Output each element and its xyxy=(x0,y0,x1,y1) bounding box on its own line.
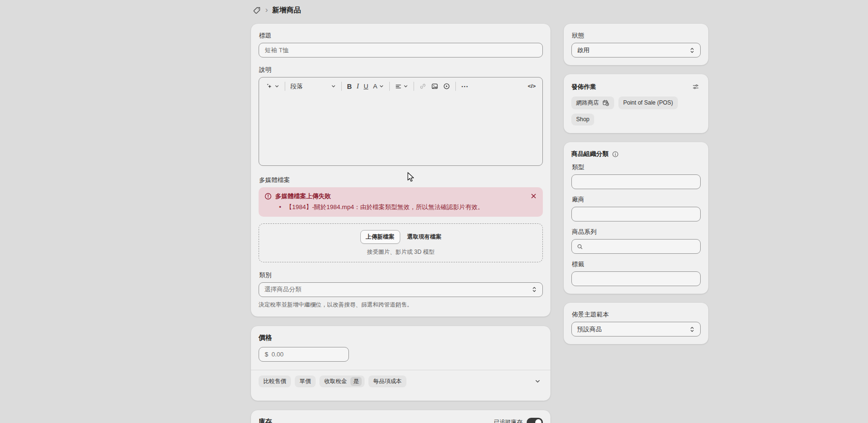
toolbar-divider xyxy=(341,82,342,91)
align-left-icon xyxy=(395,83,402,90)
alert-circle-icon xyxy=(264,192,272,200)
currency-prefix: $ xyxy=(265,351,268,358)
price-input[interactable] xyxy=(271,351,343,358)
toolbar-divider xyxy=(389,82,390,91)
bullet: • xyxy=(279,203,281,212)
select-updown-icon xyxy=(689,47,695,54)
show-html-button[interactable]: </> xyxy=(525,82,538,91)
toggle-knob xyxy=(535,419,541,423)
info-icon[interactable] xyxy=(612,151,619,158)
title-label: 標題 xyxy=(259,31,543,40)
unit-price-chip[interactable]: 單價 xyxy=(295,375,316,387)
category-helper-text: 決定稅率並新增中繼欄位，以改善搜尋、篩選和跨管道銷售。 xyxy=(259,301,543,309)
organization-title: 商品組織分類 xyxy=(571,150,608,158)
toolbar-divider xyxy=(455,82,456,91)
pricing-heading: 價格 xyxy=(259,334,543,342)
media-label: 多媒體檔案 xyxy=(259,176,543,184)
collections-input[interactable] xyxy=(587,243,695,250)
description-label: 說明 xyxy=(259,66,543,74)
insert-image-button[interactable] xyxy=(429,81,441,92)
insert-video-button[interactable] xyxy=(441,81,453,92)
charge-tax-value: 是 xyxy=(350,377,362,386)
italic-button[interactable]: I xyxy=(354,81,361,92)
page-title: 新增商品 xyxy=(272,6,301,15)
upload-new-file-button[interactable]: 上傳新檔案 xyxy=(360,230,400,244)
publishing-card: 發佈作業 網路商店 xyxy=(564,74,708,133)
error-title: 多媒體檔案上傳失敗 xyxy=(275,192,331,201)
add-product-page: › 新增商品 標題 說明 xyxy=(0,0,868,423)
media-upload-error-banner: 多媒體檔案上傳失敗 • 【1984】-關於1984.mp4：由於檔案類型無效，所… xyxy=(259,187,543,217)
dismiss-error-button[interactable] xyxy=(529,191,539,201)
tags-label: 標籤 xyxy=(572,260,701,269)
organization-card: 商品組織分類 類型 廠商 商品系列 xyxy=(564,142,708,294)
editor-toolbar: 段落 B I U A xyxy=(259,77,542,95)
settings-sliders-icon xyxy=(692,83,699,90)
more-options-button[interactable]: ⋯ xyxy=(459,81,471,92)
sales-channels: 網路商店 Point of Sale (POS) Shop xyxy=(571,96,701,125)
breadcrumb: › 新增商品 xyxy=(253,6,301,15)
channel-shop-chip[interactable]: Shop xyxy=(571,114,594,125)
channel-online-store-chip[interactable]: 網路商店 xyxy=(571,96,614,109)
search-icon xyxy=(577,243,583,250)
chevron-down-icon xyxy=(379,84,384,89)
ai-magic-button[interactable] xyxy=(263,81,282,92)
pricing-card: 價格 $ 比較售價 單價 收取稅金 是 每品項成本 xyxy=(251,326,550,401)
vendor-label: 廠商 xyxy=(572,195,701,204)
scheduled-calendar-icon xyxy=(602,99,609,106)
select-existing-file-button[interactable]: 選取現有檔案 xyxy=(407,233,442,241)
collections-label: 商品系列 xyxy=(572,228,701,236)
image-icon xyxy=(431,83,438,90)
theme-template-label: 佈景主題範本 xyxy=(572,310,701,319)
charge-tax-chip[interactable]: 收取稅金 是 xyxy=(319,375,365,387)
chevron-down-icon xyxy=(331,84,336,89)
chevron-down-icon xyxy=(534,378,541,385)
type-input[interactable] xyxy=(571,174,701,189)
chevron-right-icon: › xyxy=(265,6,268,15)
toolbar-divider xyxy=(414,82,414,91)
category-label: 類別 xyxy=(259,271,543,279)
play-circle-icon xyxy=(443,83,450,90)
track-inventory-label: 已追蹤庫存 xyxy=(494,418,522,423)
type-label: 類型 xyxy=(572,163,701,172)
category-select[interactable]: 選擇商品分類 xyxy=(259,282,543,297)
channel-pos-chip[interactable]: Point of Sale (POS) xyxy=(618,96,678,109)
bold-button[interactable]: B xyxy=(345,81,354,92)
collapse-pricing-options-button[interactable] xyxy=(532,376,543,386)
dropzone-helper-text: 接受圖片、影片或 3D 模型 xyxy=(265,248,537,256)
tags-input[interactable] xyxy=(571,271,701,286)
publishing-title: 發佈作業 xyxy=(571,83,596,91)
compare-at-price-chip[interactable]: 比較售價 xyxy=(259,375,291,387)
sidebar: 狀態 啟用 發佈作業 xyxy=(564,24,708,344)
status-select[interactable]: 啟用 xyxy=(571,43,701,58)
pricing-options-footer: 比較售價 單價 收取稅金 是 每品項成本 xyxy=(251,370,550,393)
theme-template-select[interactable]: 預設商品 xyxy=(571,322,701,336)
status-label: 狀態 xyxy=(572,31,701,40)
close-icon xyxy=(530,193,537,199)
main-column: 標題 說明 xyxy=(251,24,550,423)
alignment-dropdown[interactable] xyxy=(393,81,411,92)
inventory-heading: 庫存 xyxy=(259,418,272,423)
error-detail-item: • 【1984】-關於1984.mp4：由於檔案類型無效，所以無法確認影片有效。 xyxy=(264,203,537,212)
chevron-down-icon xyxy=(403,84,408,89)
title-input[interactable] xyxy=(259,43,543,58)
media-dropzone[interactable]: 上傳新檔案 選取現有檔案 接受圖片、影片或 3D 模型 xyxy=(259,223,543,262)
collections-search-input[interactable] xyxy=(571,239,701,254)
select-updown-icon xyxy=(689,326,695,333)
cost-per-item-chip[interactable]: 每品項成本 xyxy=(368,375,406,387)
vendor-input[interactable] xyxy=(571,207,701,221)
underline-button[interactable]: U xyxy=(361,81,371,92)
select-updown-icon xyxy=(531,286,537,293)
link-icon xyxy=(419,83,426,90)
link-button[interactable] xyxy=(417,81,429,92)
description-textarea[interactable] xyxy=(259,95,542,165)
sparkles-icon xyxy=(266,83,273,90)
theme-template-card: 佈景主題範本 預設商品 xyxy=(564,303,708,344)
description-editor: 段落 B I U A xyxy=(259,77,543,166)
text-color-button[interactable]: A xyxy=(371,81,386,92)
tag-icon[interactable] xyxy=(253,6,261,14)
publishing-settings-button[interactable] xyxy=(691,82,701,92)
track-inventory-toggle[interactable] xyxy=(527,418,543,423)
toolbar-divider xyxy=(285,82,285,91)
status-card: 狀態 啟用 xyxy=(564,24,708,65)
paragraph-style-dropdown[interactable]: 段落 xyxy=(288,81,338,91)
